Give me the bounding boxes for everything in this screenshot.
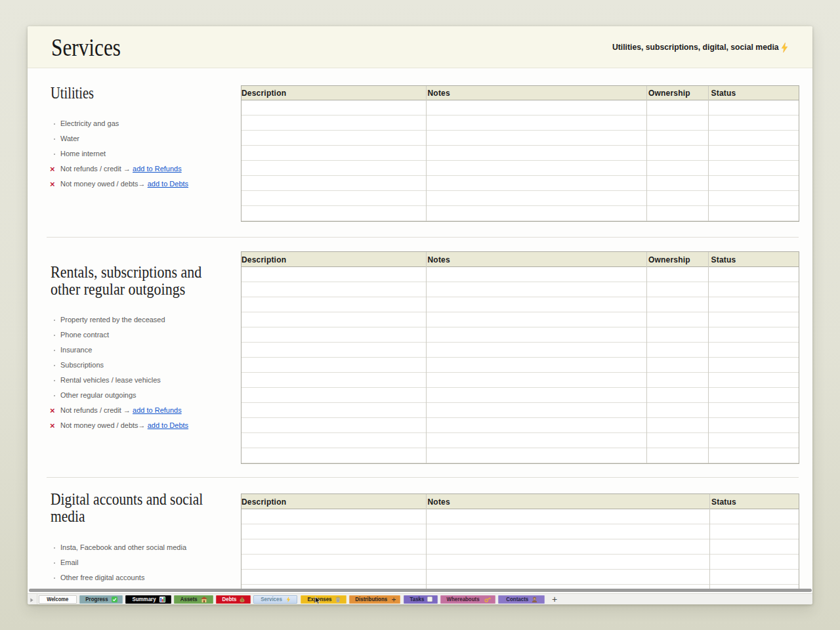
svg-text:$: $	[242, 598, 243, 602]
